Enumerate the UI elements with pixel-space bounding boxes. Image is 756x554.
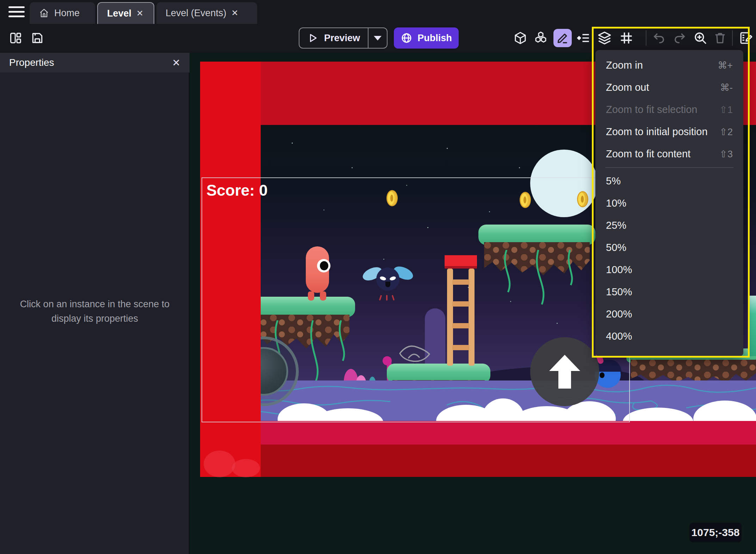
preview-button-label: Preview — [324, 33, 360, 44]
objects-blocks-icon[interactable] — [532, 29, 550, 47]
guide-stripe-crimson — [261, 421, 756, 445]
cube-3d-icon[interactable] — [511, 29, 529, 47]
chevron-down-icon — [374, 36, 382, 40]
menu-item-zoom-out[interactable]: Zoom out⌘- — [595, 76, 743, 99]
menu-item-label: 150% — [606, 286, 632, 298]
menu-item-label: 100% — [606, 264, 632, 276]
tab-level-events[interactable]: Level (Events) ✕ — [156, 2, 257, 24]
tab-bar: Home Level ✕ Level (Events) ✕ — [0, 0, 756, 24]
preview-button-main[interactable]: Preview — [299, 28, 368, 48]
preview-button[interactable]: Preview — [299, 27, 388, 49]
zoom-in-icon[interactable] — [691, 29, 709, 47]
menu-item-100-[interactable]: 100% — [595, 259, 743, 281]
properties-close-icon[interactable]: ✕ — [172, 57, 180, 69]
menu-item-shortcut: ⇧1 — [719, 104, 733, 115]
redo-icon — [670, 29, 689, 47]
menu-item-label: 25% — [606, 220, 626, 231]
band-cloud-tint — [204, 451, 235, 477]
menu-item-label: 10% — [606, 197, 626, 209]
home-icon — [39, 8, 49, 18]
properties-panel: Properties ✕ Click on an instance in the… — [0, 53, 190, 554]
grid-icon[interactable] — [617, 29, 636, 47]
menu-item-label: Zoom out — [606, 82, 649, 93]
menu-item-zoom-to-fit-content[interactable]: Zoom to fit content⇧3 — [595, 143, 743, 165]
scene-notes-icon[interactable] — [737, 29, 755, 47]
trash-icon — [711, 29, 729, 47]
edit-pencil-icon[interactable] — [553, 29, 572, 47]
menu-item-label: 200% — [606, 308, 632, 320]
menu-item-200-[interactable]: 200% — [595, 303, 743, 325]
instances-list-icon[interactable] — [574, 29, 593, 47]
menu-item-label: Zoom to initial position — [606, 126, 708, 138]
menu-item-shortcut: ⇧3 — [719, 149, 733, 160]
menu-item-shortcut: ⌘+ — [718, 60, 733, 71]
menu-item-shortcut: ⇧2 — [719, 126, 733, 138]
tab-level-close-icon[interactable]: ✕ — [136, 8, 143, 18]
preview-options-button[interactable] — [368, 28, 387, 48]
tab-level-label: Level — [107, 8, 131, 19]
zoom-menu: Zoom in⌘+Zoom out⌘-Zoom to fit selection… — [595, 50, 743, 356]
menu-item-zoom-to-fit-selection: Zoom to fit selection⇧1 — [595, 99, 743, 121]
menu-item-label: Zoom to fit content — [606, 148, 690, 160]
score-text-object[interactable]: Score: 0 — [206, 182, 268, 199]
menu-item-400-[interactable]: 400% — [595, 325, 743, 347]
menu-divider — [605, 167, 733, 168]
tab-level-events-label: Level (Events) — [166, 8, 227, 19]
tab-level[interactable]: Level ✕ — [97, 2, 154, 24]
gdevelop-editor-window: Home Level ✕ Level (Events) ✕ Preview — [0, 0, 756, 554]
toolbar: Preview Publish — [0, 24, 756, 53]
publish-button[interactable]: Publish — [394, 27, 459, 49]
menu-item-10-[interactable]: 10% — [595, 192, 743, 214]
cursor-coordinates-badge: 1075;-358 — [689, 523, 742, 542]
tab-home-label: Home — [54, 8, 80, 19]
camera-border — [202, 177, 630, 422]
toolbar-divider — [646, 30, 646, 46]
band-cloud-tint — [232, 459, 260, 477]
guide-stripe-dark — [261, 445, 756, 477]
menu-item-label: Zoom in — [606, 59, 643, 71]
main-menu-icon[interactable] — [8, 6, 25, 18]
globe-icon — [401, 32, 413, 44]
menu-item-shortcut: ⌘- — [720, 82, 733, 93]
layout-panels-icon[interactable] — [6, 29, 25, 47]
platform-edge-sliver — [749, 296, 756, 356]
menu-item-150-[interactable]: 150% — [595, 281, 743, 303]
properties-panel-title: Properties — [9, 57, 54, 68]
tab-level-events-close-icon[interactable]: ✕ — [231, 8, 238, 18]
menu-item-zoom-in[interactable]: Zoom in⌘+ — [595, 54, 743, 76]
layers-icon[interactable] — [595, 29, 614, 47]
tab-home[interactable]: Home — [30, 2, 95, 24]
menu-item-50-[interactable]: 50% — [595, 237, 743, 259]
menu-item-label: 5% — [606, 175, 621, 187]
undo-icon — [650, 29, 668, 47]
properties-empty-hint: Click on an instance in the scene to dis… — [12, 297, 178, 326]
menu-item-5-[interactable]: 5% — [595, 170, 743, 192]
play-icon — [307, 32, 318, 44]
menu-item-label: 400% — [606, 330, 632, 342]
publish-button-label: Publish — [417, 33, 452, 44]
toolbar-divider — [732, 30, 733, 46]
menu-item-label: Zoom to fit selection — [606, 104, 698, 115]
save-icon[interactable] — [28, 29, 47, 47]
menu-item-label: 50% — [606, 242, 626, 253]
menu-item-zoom-to-initial-position[interactable]: Zoom to initial position⇧2 — [595, 121, 743, 143]
properties-panel-header: Properties ✕ — [0, 53, 190, 73]
menu-item-25-[interactable]: 25% — [595, 214, 743, 237]
